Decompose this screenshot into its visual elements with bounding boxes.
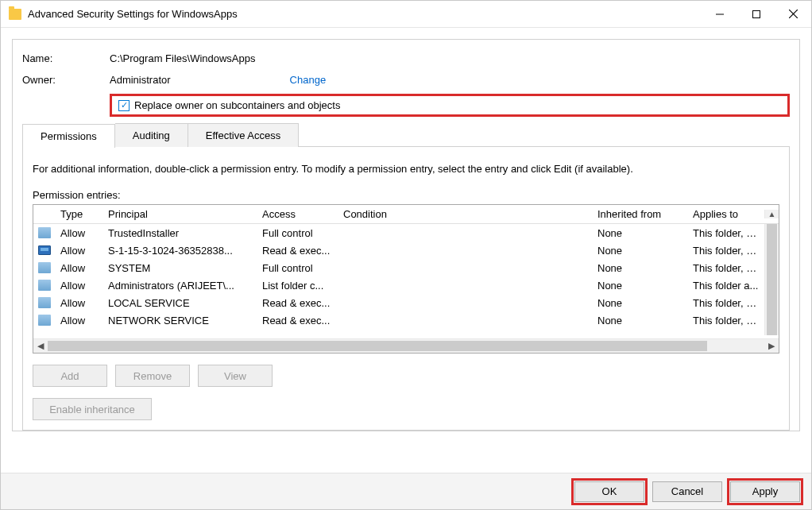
cell-applies: This folder, s...: [688, 315, 764, 326]
cell-access: Read & exec...: [257, 297, 338, 309]
table-row[interactable]: AllowSYSTEMFull controlNoneThis folder, …: [33, 259, 779, 276]
replace-owner-highlight: ✓ Replace owner on subcontainers and obj…: [110, 94, 790, 117]
principal-icon: [38, 280, 51, 291]
window-title: Advanced Security Settings for WindowsAp…: [28, 8, 702, 20]
entry-buttons: Add Remove View: [33, 365, 779, 387]
owner-label: Owner:: [22, 74, 110, 86]
cell-inherited: None: [593, 262, 688, 274]
change-owner-link[interactable]: Change: [290, 74, 327, 86]
apply-button[interactable]: Apply: [730, 481, 800, 502]
principal-icon: [38, 227, 51, 238]
principal-icon: [38, 245, 51, 255]
folder-icon: [9, 9, 21, 20]
cell-inherited: None: [593, 315, 688, 326]
close-button[interactable]: [775, 1, 811, 28]
table-row[interactable]: AllowAdministrators (ARIJEET\...List fol…: [33, 276, 779, 294]
tab-effective-access[interactable]: Effective Access: [188, 123, 299, 147]
cell-type: Allow: [56, 262, 103, 274]
table-row[interactable]: AllowTrustedInstallerFull controlNoneThi…: [33, 224, 779, 241]
cell-type: Allow: [56, 280, 103, 292]
cell-type: Allow: [56, 227, 103, 239]
maximize-button[interactable]: [738, 1, 775, 28]
principal-icon: [38, 262, 51, 273]
col-type[interactable]: Type: [56, 208, 103, 220]
scroll-left-button[interactable]: ◀: [33, 339, 48, 353]
cell-applies: This folder, s...: [688, 245, 764, 257]
cancel-button[interactable]: Cancel: [652, 481, 722, 502]
permission-entries-label: Permission entries:: [33, 189, 779, 201]
principal-icon: [38, 315, 51, 326]
tab-page-permissions: For additional information, double-click…: [22, 147, 790, 431]
col-inherited[interactable]: Inherited from: [593, 208, 688, 220]
cell-principal: Administrators (ARIJEET\...: [103, 280, 257, 292]
horizontal-scrollbar[interactable]: ◀ ▶: [33, 338, 779, 353]
cell-inherited: None: [593, 297, 688, 309]
col-principal[interactable]: Principal: [103, 208, 257, 220]
inheritance-buttons: Enable inheritance: [33, 398, 779, 420]
table-row[interactable]: AllowS-1-15-3-1024-36352838...Read & exe…: [33, 241, 779, 259]
principal-icon: [38, 297, 51, 308]
cell-access: Full control: [257, 262, 338, 274]
cell-applies: This folder a...: [688, 280, 764, 292]
cell-principal: SYSTEM: [103, 262, 257, 274]
add-button[interactable]: Add: [33, 365, 107, 387]
cell-inherited: None: [593, 280, 688, 292]
svg-rect-1: [753, 10, 760, 17]
replace-owner-label: Replace owner on subcontainers and objec…: [134, 99, 340, 111]
cell-type: Allow: [56, 315, 103, 326]
titlebar: Advanced Security Settings for WindowsAp…: [1, 1, 811, 28]
cell-access: List folder c...: [257, 280, 338, 292]
cell-inherited: None: [593, 227, 688, 239]
cell-type: Allow: [56, 245, 103, 257]
cell-type: Allow: [56, 297, 103, 309]
tab-auditing[interactable]: Auditing: [115, 123, 188, 147]
owner-row: Owner: Administrator Change: [22, 74, 790, 86]
name-value: C:\Program Files\WindowsApps: [110, 52, 256, 64]
cell-access: Read & exec...: [257, 245, 338, 257]
remove-button[interactable]: Remove: [115, 365, 190, 387]
replace-owner-checkbox[interactable]: ✓: [118, 100, 130, 111]
col-condition[interactable]: Condition: [338, 208, 593, 220]
cell-principal: NETWORK SERVICE: [103, 315, 257, 326]
properties-panel: Name: C:\Program Files\WindowsApps Owner…: [12, 39, 800, 431]
scroll-right-button[interactable]: ▶: [764, 339, 779, 353]
scroll-up-button[interactable]: ▲: [764, 210, 779, 218]
permission-grid: Type Principal Access Condition Inherite…: [33, 204, 779, 354]
dialog-footer: OK Cancel Apply: [1, 473, 811, 509]
col-access[interactable]: Access: [257, 208, 338, 220]
cell-access: Read & exec...: [257, 315, 338, 326]
view-button[interactable]: View: [198, 365, 273, 387]
col-applies[interactable]: Applies to: [688, 208, 764, 220]
table-row[interactable]: AllowLOCAL SERVICERead & exec...NoneThis…: [33, 294, 779, 311]
cell-principal: S-1-15-3-1024-36352838...: [103, 245, 257, 257]
cell-inherited: None: [593, 245, 688, 257]
name-label: Name:: [22, 52, 110, 64]
vertical-scrollbar[interactable]: [764, 224, 779, 335]
grid-header: Type Principal Access Condition Inherite…: [33, 205, 779, 224]
cell-applies: This folder, s...: [688, 297, 764, 309]
info-text: For additional information, double-click…: [33, 163, 779, 175]
owner-value: Administrator: [110, 74, 171, 86]
client-area: Name: C:\Program Files\WindowsApps Owner…: [1, 28, 811, 473]
cell-principal: TrustedInstaller: [103, 227, 257, 239]
cell-principal: LOCAL SERVICE: [103, 297, 257, 309]
minimize-button[interactable]: [702, 1, 738, 28]
name-row: Name: C:\Program Files\WindowsApps: [22, 52, 790, 64]
tab-strip: Permissions Auditing Effective Access: [22, 123, 790, 147]
tab-permissions[interactable]: Permissions: [22, 124, 115, 148]
window: Advanced Security Settings for WindowsAp…: [0, 0, 812, 510]
enable-inheritance-button[interactable]: Enable inheritance: [33, 398, 152, 420]
cell-applies: This folder, s...: [688, 262, 764, 274]
cell-access: Full control: [257, 227, 338, 239]
ok-button[interactable]: OK: [574, 481, 644, 502]
cell-applies: This folder, s...: [688, 227, 764, 239]
table-row[interactable]: AllowNETWORK SERVICERead & exec...NoneTh…: [33, 311, 779, 329]
grid-body: AllowTrustedInstallerFull controlNoneThi…: [33, 224, 779, 338]
